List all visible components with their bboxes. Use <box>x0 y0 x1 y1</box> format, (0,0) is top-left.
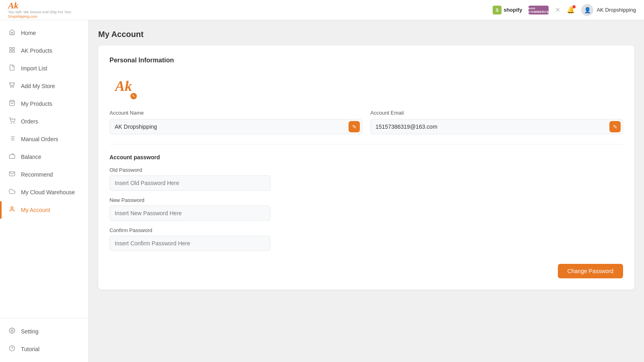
mail-icon <box>8 171 16 179</box>
sidebar-item-my-account[interactable]: My Account <box>0 201 88 219</box>
svg-point-15 <box>11 330 13 331</box>
svg-rect-3 <box>10 50 12 52</box>
new-password-label: New Password <box>109 197 623 203</box>
confirm-password-label: Confirm Password <box>109 227 623 233</box>
account-email-edit-button[interactable]: ✎ <box>609 121 621 132</box>
svg-rect-13 <box>9 155 14 158</box>
main-layout: Home AK Products Import List <box>0 20 644 362</box>
old-password-group: Old Password <box>109 167 623 191</box>
cloud-icon <box>8 188 16 196</box>
svg-point-6 <box>14 123 14 123</box>
svg-rect-0 <box>10 47 12 49</box>
shopify-badge[interactable]: S shopify <box>493 6 522 14</box>
sidebar-bottom: Setting Tutorial <box>0 318 88 362</box>
sidebar-item-import-list[interactable]: Import List <box>0 60 88 77</box>
sidebar-item-tutorial[interactable]: Tutorial <box>0 340 88 358</box>
sidebar-label-tutorial: Tutorial <box>21 346 39 352</box>
header-right: S shopify woo COMMERCE ✕ 🔔 👤 AK Dropship… <box>493 4 636 16</box>
avatar-edit-icon: ✎ <box>132 94 135 98</box>
old-password-label: Old Password <box>109 167 623 173</box>
logo-dropshipping: Dropshipping.com <box>8 14 37 19</box>
page-title: My Account <box>98 30 634 39</box>
notification-dot <box>572 5 576 8</box>
home-icon <box>8 29 16 37</box>
avatar-logo-text: Ak <box>115 78 132 95</box>
new-password-input[interactable] <box>109 206 270 221</box>
question-icon <box>8 345 16 353</box>
account-email-wrapper: ✎ <box>370 119 623 134</box>
personal-info-title: Personal Information <box>109 57 623 64</box>
account-name-label: Account Name <box>109 110 362 116</box>
sidebar-label-add-my-store: Add My Store <box>21 83 55 89</box>
woo-label: woo COMMERCE <box>528 6 549 14</box>
avatar-section: Ak ✎ <box>109 72 138 100</box>
sidebar: Home AK Products Import List <box>0 20 89 362</box>
account-name-group: Account Name ✎ <box>109 110 362 134</box>
sidebar-item-setting[interactable]: Setting <box>0 323 88 340</box>
account-email-label: Account Email <box>370 110 623 116</box>
sidebar-label-my-cloud-warehouse: My Cloud Warehouse <box>21 189 75 195</box>
user-name: AK Dropshipping <box>597 7 636 13</box>
confirm-password-group: Confirm Password <box>109 227 623 251</box>
sidebar-label-my-account: My Account <box>21 207 50 213</box>
shopify-label: shopify <box>504 7 522 13</box>
account-email-input[interactable] <box>370 119 623 134</box>
sidebar-label-orders: Orders <box>21 118 38 125</box>
sidebar-item-manual-orders[interactable]: Manual Orders <box>0 130 88 148</box>
sidebar-item-orders[interactable]: Orders <box>0 113 88 130</box>
logo: Ak You Sell- We Source And Ship For You!… <box>8 1 71 19</box>
change-password-button[interactable]: Change Password <box>558 264 623 278</box>
confirm-password-input[interactable] <box>109 236 270 251</box>
edit-icon: ✎ <box>352 124 357 130</box>
list-icon <box>8 135 16 143</box>
account-info-row: Account Name ✎ Account Email ✎ <box>109 110 623 134</box>
tag-icon <box>8 47 16 55</box>
shopify-icon: S <box>493 6 502 14</box>
old-password-input[interactable] <box>109 175 270 191</box>
sidebar-item-my-cloud-warehouse[interactable]: My Cloud Warehouse <box>0 183 88 201</box>
divider <box>109 144 623 144</box>
sidebar-label-my-products: My Products <box>21 101 52 107</box>
wallet-icon <box>8 153 16 161</box>
sidebar-label-home: Home <box>21 30 36 36</box>
sidebar-label-setting: Setting <box>21 328 39 335</box>
avatar: 👤 <box>581 4 593 16</box>
account-name-input[interactable] <box>109 119 362 134</box>
sidebar-label-balance: Balance <box>21 154 41 160</box>
account-email-group: Account Email ✎ <box>370 110 623 134</box>
account-name-edit-button[interactable]: ✎ <box>349 121 360 132</box>
file-icon <box>8 64 16 72</box>
user-icon <box>8 206 16 214</box>
sidebar-label-import-list: Import List <box>21 65 47 72</box>
sidebar-item-home[interactable]: Home <box>0 24 88 42</box>
new-password-group: New Password <box>109 197 623 221</box>
user-info[interactable]: 👤 AK Dropshipping <box>581 4 636 16</box>
sidebar-item-balance[interactable]: Balance <box>0 148 88 166</box>
sidebar-item-add-my-store[interactable]: Add My Store <box>0 77 88 95</box>
logo-text: Ak <box>8 1 19 10</box>
store-icon <box>8 82 16 90</box>
sidebar-item-ak-products[interactable]: AK Products <box>0 42 88 60</box>
svg-rect-2 <box>12 50 14 52</box>
password-section: Account password Old Password New Passwo… <box>109 154 623 278</box>
notification-icon[interactable]: 🔔 <box>567 6 575 14</box>
cart-icon <box>8 117 16 125</box>
password-section-title: Account password <box>109 154 623 160</box>
sidebar-item-recommend[interactable]: Recommend <box>0 166 88 183</box>
content-area: My Account Personal Information Ak ✎ Acc… <box>89 20 644 362</box>
percent-icon[interactable]: ✕ <box>555 6 560 14</box>
avatar-edit-button[interactable]: ✎ <box>130 92 138 100</box>
edit-icon-email: ✎ <box>613 124 617 130</box>
gear-icon <box>8 327 16 335</box>
change-password-row: Change Password <box>109 257 623 278</box>
sidebar-item-my-products[interactable]: My Products <box>0 95 88 113</box>
sidebar-nav: Home AK Products Import List <box>0 20 88 318</box>
account-name-wrapper: ✎ <box>109 119 362 134</box>
woo-badge[interactable]: woo COMMERCE <box>528 6 549 14</box>
header: Ak You Sell- We Source And Ship For You!… <box>0 0 644 20</box>
sidebar-label-ak-products: AK Products <box>21 47 52 54</box>
bag-icon <box>8 100 16 108</box>
sidebar-label-recommend: Recommend <box>21 171 53 178</box>
svg-point-14 <box>11 207 13 209</box>
sidebar-label-manual-orders: Manual Orders <box>21 136 58 142</box>
